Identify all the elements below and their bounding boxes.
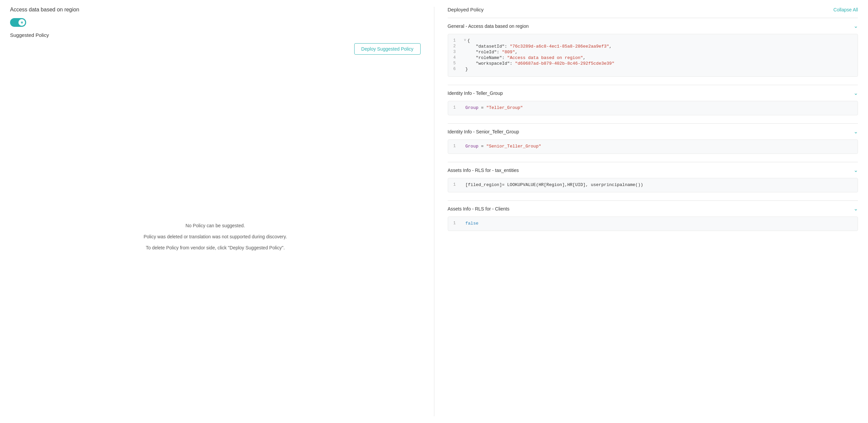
- assets-clients-code-block: 1 false: [448, 216, 858, 231]
- chevron-down-icon: ⌄: [854, 128, 858, 135]
- code-line: 1 [filed_region]= LOOKUPVALUE(HR[Region]…: [454, 182, 852, 187]
- empty-state-line-1: No Policy can be suggested.: [186, 222, 245, 229]
- code-line: 1 v {: [454, 38, 852, 43]
- identity-teller-code-block: 1 Group = "Teller_Group": [448, 101, 858, 115]
- section-assets-clients-header[interactable]: Assets Info - RLS for - Clients ⌄: [448, 201, 858, 216]
- section-identity-teller-content: 1 Group = "Teller_Group": [448, 101, 858, 123]
- code-line: 1 false: [454, 221, 852, 226]
- section-identity-teller: Identity Info - Teller_Group ⌄ 1 Group =…: [448, 85, 858, 123]
- section-general-title: General - Access data based on region: [448, 24, 529, 29]
- code-line: 1 Group = "Senior_Teller_Group": [454, 144, 852, 149]
- right-panel: Deployed Policy Collapse All General - A…: [434, 7, 858, 416]
- section-identity-senior-header[interactable]: Identity Info - Senior_Teller_Group ⌄: [448, 124, 858, 140]
- section-identity-senior-content: 1 Group = "Senior_Teller_Group": [448, 140, 858, 162]
- section-assets-tax: Assets Info - RLS for - tax_entities ⌄ 1…: [448, 162, 858, 201]
- section-assets-clients-content: 1 false: [448, 216, 858, 239]
- section-identity-teller-title: Identity Info - Teller_Group: [448, 91, 503, 96]
- code-line: 6 }: [454, 67, 852, 72]
- toggle-icon: ✳: [21, 21, 23, 25]
- empty-state-line-2: Policy was deleted or translation was no…: [144, 233, 287, 240]
- chevron-down-icon: ⌄: [854, 23, 858, 29]
- code-line: 3 "roleId": "809",: [454, 50, 852, 55]
- section-identity-teller-header[interactable]: Identity Info - Teller_Group ⌄: [448, 85, 858, 101]
- toggle-switch[interactable]: ✳: [10, 18, 26, 27]
- section-assets-tax-header[interactable]: Assets Info - RLS for - tax_entities ⌄: [448, 162, 858, 178]
- collapse-all-button[interactable]: Collapse All: [834, 7, 858, 12]
- general-code-block: 1 v { 2 "datasetId": "76c3289d-a6c8-4ec1…: [448, 34, 858, 77]
- section-assets-clients-title: Assets Info - RLS for - Clients: [448, 206, 509, 212]
- assets-tax-code-block: 1 [filed_region]= LOOKUPVALUE(HR[Region]…: [448, 178, 858, 192]
- toggle-container: ✳: [10, 18, 421, 27]
- page-title: Access data based on region: [10, 7, 421, 13]
- right-panel-header: Deployed Policy Collapse All: [448, 7, 858, 12]
- section-general-content: 1 v { 2 "datasetId": "76c3289d-a6c8-4ec1…: [448, 34, 858, 85]
- deployed-policy-label: Deployed Policy: [448, 7, 484, 12]
- section-assets-tax-content: 1 [filed_region]= LOOKUPVALUE(HR[Region]…: [448, 178, 858, 201]
- left-panel: Access data based on region ✳ Suggested …: [10, 7, 434, 416]
- suggested-policy-label: Suggested Policy: [10, 32, 421, 38]
- identity-senior-code-block: 1 Group = "Senior_Teller_Group": [448, 140, 858, 154]
- section-identity-senior: Identity Info - Senior_Teller_Group ⌄ 1 …: [448, 123, 858, 162]
- deploy-suggested-policy-button[interactable]: Deploy Suggested Policy: [354, 43, 421, 55]
- code-line: 2 "datasetId": "76c3289d-a6c8-4ec1-85a8-…: [454, 44, 852, 49]
- section-general: General - Access data based on region ⌄ …: [448, 18, 858, 85]
- chevron-down-icon: ⌄: [854, 206, 858, 212]
- chevron-down-icon: ⌄: [854, 90, 858, 96]
- code-line: 1 Group = "Teller_Group": [454, 105, 852, 110]
- section-identity-senior-title: Identity Info - Senior_Teller_Group: [448, 129, 519, 134]
- empty-state: No Policy can be suggested. Policy was d…: [10, 61, 421, 416]
- chevron-down-icon: ⌄: [854, 167, 858, 173]
- section-assets-tax-title: Assets Info - RLS for - tax_entities: [448, 168, 519, 173]
- code-line: 5 "workspaceId": "d60687ad-b879-402b-8c4…: [454, 61, 852, 66]
- section-general-header[interactable]: General - Access data based on region ⌄: [448, 18, 858, 34]
- deploy-btn-container: Deploy Suggested Policy: [10, 43, 421, 55]
- code-line: 4 "roleName": "Access data based on regi…: [454, 55, 852, 60]
- empty-state-line-3: To delete Policy from vendor side, click…: [146, 244, 285, 251]
- section-assets-clients: Assets Info - RLS for - Clients ⌄ 1 fals…: [448, 201, 858, 239]
